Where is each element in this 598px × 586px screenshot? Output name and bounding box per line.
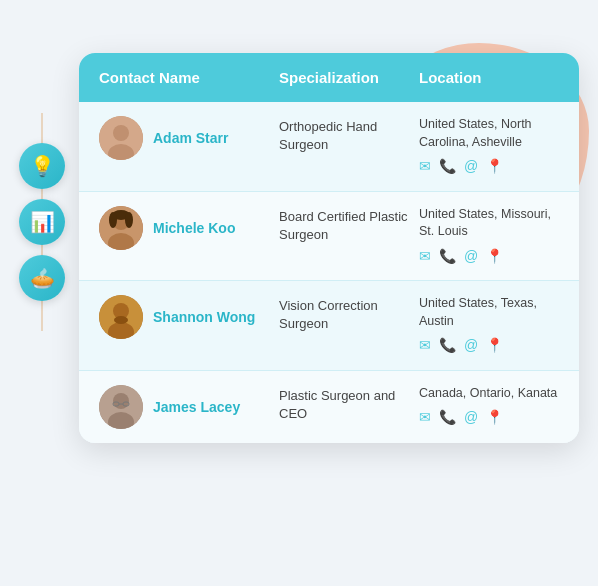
location-icon-michele[interactable]: 📍 <box>486 247 503 267</box>
location-icon-james[interactable]: 📍 <box>486 408 503 428</box>
email-icon-shannon[interactable]: ✉ <box>419 336 431 356</box>
svg-point-7 <box>109 212 117 228</box>
location-cell-james: Canada, Ontario, Kanata ✉ 📞 @ 📍 <box>419 385 559 428</box>
svg-point-12 <box>114 316 128 324</box>
email-icon-james[interactable]: ✉ <box>419 408 431 428</box>
at-icon-michele[interactable]: @ <box>464 247 478 267</box>
specialization-header: Specialization <box>279 69 419 86</box>
email-icon-michele[interactable]: ✉ <box>419 247 431 267</box>
contact-icons-michele: ✉ 📞 @ 📍 <box>419 247 559 267</box>
specialization-adam: Orthopedic Hand Surgeon <box>279 116 419 154</box>
svg-point-1 <box>113 125 129 141</box>
contact-icons-james: ✉ 📞 @ 📍 <box>419 408 559 428</box>
location-text-michele: United States, Missouri, St. Louis <box>419 206 559 241</box>
contact-name-adam[interactable]: Adam Starr <box>153 129 228 147</box>
avatar-james <box>99 385 143 429</box>
contacts-card: Contact Name Specialization Location Ada… <box>79 53 579 443</box>
location-header: Location <box>419 69 559 86</box>
specialization-michele: Board Certified Plastic Surgeon <box>279 206 419 244</box>
location-text-shannon: United States, Texas, Austin <box>419 295 559 330</box>
location-icon-shannon[interactable]: 📍 <box>486 336 503 356</box>
location-cell-michele: United States, Missouri, St. Louis ✉ 📞 @… <box>419 206 559 267</box>
avatar-adam <box>99 116 143 160</box>
specialization-james: Plastic Surgeon and CEO <box>279 385 419 423</box>
location-cell-shannon: United States, Texas, Austin ✉ 📞 @ 📍 <box>419 295 559 356</box>
table-header: Contact Name Specialization Location <box>79 53 579 102</box>
email-icon-adam[interactable]: ✉ <box>419 157 431 177</box>
location-text-adam: United States, North Carolina, Asheville <box>419 116 559 151</box>
outer-container: 💡 📊 🥧 Contact Name Specialization Locati… <box>19 23 579 563</box>
table-row: James Lacey Plastic Surgeon and CEO Cana… <box>79 371 579 443</box>
sidebar: 💡 📊 🥧 <box>19 143 65 301</box>
pie-icon[interactable]: 🥧 <box>19 255 65 301</box>
contact-name-header: Contact Name <box>99 69 279 86</box>
contact-icons-shannon: ✉ 📞 @ 📍 <box>419 336 559 356</box>
svg-point-8 <box>125 212 133 228</box>
location-text-james: Canada, Ontario, Kanata <box>419 385 559 403</box>
avatar-michele <box>99 206 143 250</box>
at-icon-adam[interactable]: @ <box>464 157 478 177</box>
contact-name-james[interactable]: James Lacey <box>153 398 240 416</box>
chart-icon[interactable]: 📊 <box>19 199 65 245</box>
table-row: Shannon Wong Vision Correction Surgeon U… <box>79 281 579 371</box>
phone-icon-adam[interactable]: 📞 <box>439 157 456 177</box>
contact-name-michele[interactable]: Michele Koo <box>153 219 235 237</box>
contact-cell-adam: Adam Starr <box>99 116 279 160</box>
contact-cell-michele: Michele Koo <box>99 206 279 250</box>
avatar-shannon <box>99 295 143 339</box>
table-row: Michele Koo Board Certified Plastic Surg… <box>79 192 579 282</box>
contact-icons-adam: ✉ 📞 @ 📍 <box>419 157 559 177</box>
table-row: Adam Starr Orthopedic Hand Surgeon Unite… <box>79 102 579 192</box>
contact-name-shannon[interactable]: Shannon Wong <box>153 308 255 326</box>
phone-icon-shannon[interactable]: 📞 <box>439 336 456 356</box>
location-cell-adam: United States, North Carolina, Asheville… <box>419 116 559 177</box>
svg-point-14 <box>113 393 129 409</box>
specialization-shannon: Vision Correction Surgeon <box>279 295 419 333</box>
phone-icon-michele[interactable]: 📞 <box>439 247 456 267</box>
location-icon-adam[interactable]: 📍 <box>486 157 503 177</box>
at-icon-shannon[interactable]: @ <box>464 336 478 356</box>
table-body: Adam Starr Orthopedic Hand Surgeon Unite… <box>79 102 579 443</box>
at-icon-james[interactable]: @ <box>464 408 478 428</box>
contact-cell-james: James Lacey <box>99 385 279 429</box>
lightbulb-icon[interactable]: 💡 <box>19 143 65 189</box>
phone-icon-james[interactable]: 📞 <box>439 408 456 428</box>
contact-cell-shannon: Shannon Wong <box>99 295 279 339</box>
